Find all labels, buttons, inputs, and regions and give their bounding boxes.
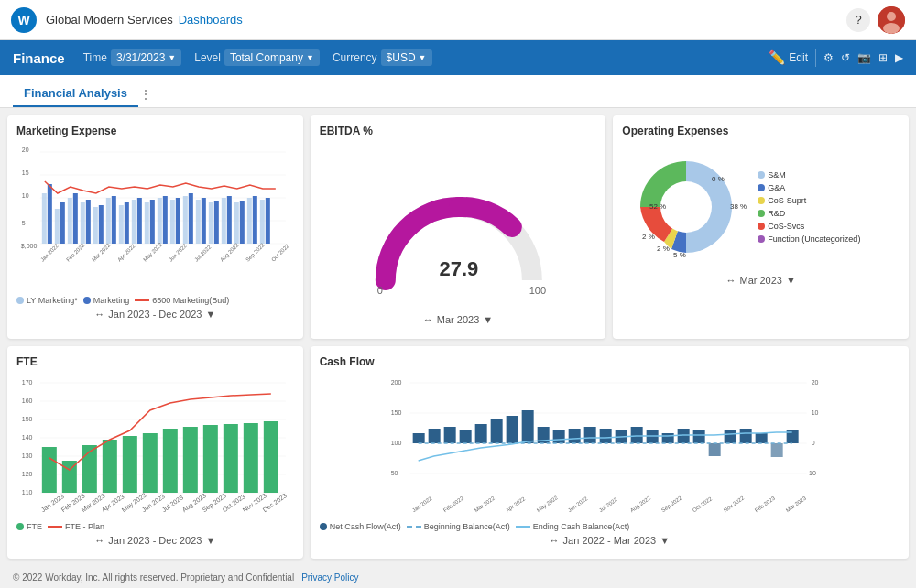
time-filter: Time 3/31/2023 ▼ [83,49,182,66]
currency-caret: ▼ [419,53,427,62]
marketing-footer[interactable]: ↔ Jan 2023 - Dec 2023 ▼ [16,309,294,320]
svg-text:20: 20 [811,379,818,386]
svg-point-2 [883,23,900,34]
svg-rect-14 [48,184,52,244]
grid-icon: ⊞ [878,51,888,64]
marketing-footer-arrow: ↔ [94,309,104,320]
svg-text:15: 15 [22,169,29,176]
svg-text:150: 150 [390,409,401,416]
filter-button[interactable]: ⚙ [823,51,834,64]
svg-text:160: 160 [22,397,33,404]
svg-rect-138 [708,443,720,456]
privacy-policy-link[interactable]: Privacy Policy [301,572,358,583]
svg-text:Jul 2022: Jul 2022 [193,244,213,263]
currency-value[interactable]: $USD ▼ [381,49,432,66]
refresh-button[interactable]: ↺ [841,51,850,64]
svg-text:150: 150 [22,416,33,422]
tab-menu-icon[interactable]: ⋮ [140,87,155,102]
svg-rect-43 [234,202,239,244]
ebitda-title: EBITDA % [320,125,597,137]
fte-footer-caret: ▼ [205,535,215,546]
svg-rect-139 [724,430,736,443]
svg-rect-32 [163,196,168,244]
svg-rect-130 [583,427,595,443]
time-caret: ▼ [168,53,176,62]
svg-text:Feb 2022: Feb 2022 [442,495,465,513]
operating-expenses-chart: 0 % 38 % 2 % 52 % 5 % 2 % [622,143,750,271]
help-icon[interactable]: ? [846,8,870,32]
svg-point-1 [887,12,896,21]
cashflow-footer[interactable]: ↔ Jan 2022 - Mar 2023 ▼ [320,535,900,546]
svg-rect-119 [412,433,424,443]
svg-text:Jul 2022: Jul 2022 [598,495,619,512]
fte-footer[interactable]: ↔ Jan 2023 - Dec 2023 ▼ [16,535,294,546]
svg-text:Jan 2022: Jan 2022 [39,243,60,263]
svg-text:Aug 2022: Aug 2022 [629,495,652,513]
time-label: Time [83,51,107,64]
svg-text:-10: -10 [806,470,815,476]
svg-text:Sep 2022: Sep 2022 [660,495,683,513]
opex-footer-caret: ▼ [786,275,796,286]
grid-button[interactable]: ⊞ [878,51,888,64]
svg-text:10: 10 [22,192,29,199]
svg-rect-123 [474,424,486,443]
svg-rect-20 [86,200,91,244]
svg-rect-26 [125,202,129,244]
svg-rect-42 [227,196,232,244]
svg-text:Oct 2022: Oct 2022 [270,243,290,263]
svg-text:52 %: 52 % [649,202,666,211]
company-name: Global Modern Services [46,13,173,27]
svg-rect-15 [55,209,60,244]
svg-rect-24 [112,196,116,244]
edit-button[interactable]: ✏️ Edit [769,49,808,66]
opex-footer[interactable]: ↔ Mar 2023 ▼ [622,275,900,286]
cashflow-chart: 200 150 100 50 20 10 0 -10 [320,374,900,516]
video-button[interactable]: ▶ [895,51,903,64]
svg-text:110: 110 [22,489,33,495]
svg-rect-126 [521,410,533,443]
filter-icon: ⚙ [823,51,834,64]
svg-rect-141 [755,433,767,443]
level-value[interactable]: Total Company ▼ [224,49,320,66]
svg-text:May 2022: May 2022 [142,241,163,262]
opex-footer-arrow: ↔ [725,275,736,286]
svg-rect-37 [196,200,201,244]
cashflow-title: Cash Flow [320,355,900,368]
svg-rect-13 [42,193,47,244]
svg-text:2 %: 2 % [657,245,670,253]
svg-rect-134 [646,430,658,443]
svg-rect-17 [68,198,72,244]
svg-text:0: 0 [376,285,382,296]
svg-rect-38 [202,198,206,244]
svg-text:Oct 2022: Oct 2022 [692,495,714,512]
camera-button[interactable]: 📷 [857,51,871,64]
refresh-icon: ↺ [841,51,850,64]
svg-text:Feb 2023: Feb 2023 [754,495,777,513]
fte-chart: 170 160 150 140 130 120 110 [16,374,294,516]
video-icon: ▶ [895,51,903,64]
svg-rect-83 [42,447,57,493]
svg-text:140: 140 [22,434,33,441]
svg-rect-88 [143,433,158,493]
svg-rect-136 [677,429,689,443]
svg-text:Feb 2022: Feb 2022 [65,242,86,263]
currency-filter: Currency $USD ▼ [333,49,432,66]
svg-rect-16 [60,202,65,244]
ebitda-footer[interactable]: ↔ Mar 2023 ▼ [320,314,597,325]
time-value[interactable]: 3/31/2023 ▼ [111,49,181,66]
financial-analysis-tab[interactable]: Financial Analysis [13,81,138,107]
cashflow-footer-arrow: ↔ [550,535,560,546]
svg-rect-27 [132,200,136,244]
ebitda-footer-arrow: ↔ [423,314,433,325]
svg-text:100: 100 [390,440,401,446]
user-avatar[interactable] [878,6,905,34]
svg-text:38 %: 38 % [730,202,747,211]
svg-text:170: 170 [22,379,33,386]
svg-rect-44 [240,201,245,244]
dashboards-link[interactable]: Dashboards [179,13,243,27]
svg-rect-23 [106,198,111,244]
svg-rect-46 [253,196,257,244]
svg-rect-22 [99,205,104,244]
svg-text:5: 5 [22,220,26,226]
svg-rect-94 [264,421,278,493]
